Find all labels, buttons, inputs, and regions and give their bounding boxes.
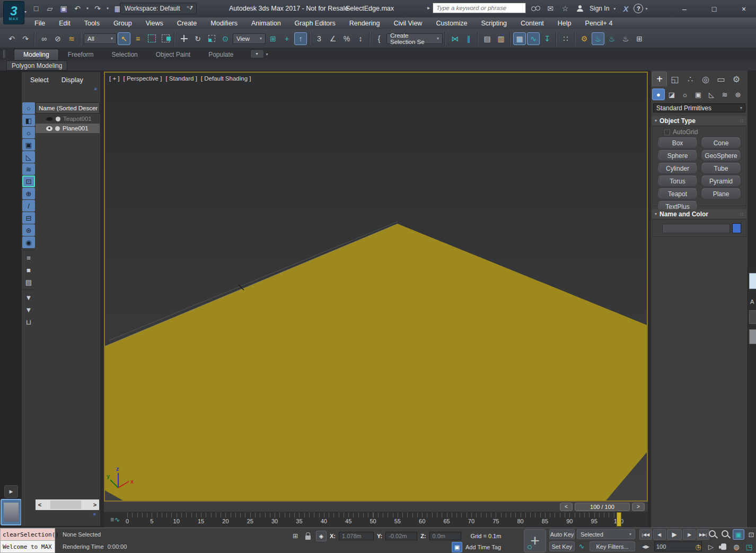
- display-particles-icon[interactable]: ⊛: [22, 224, 35, 236]
- workspace-dropdown[interactable]: Workspace: Default ▾: [120, 3, 197, 14]
- redo-qat-icon[interactable]: ↷: [91, 2, 104, 15]
- schematic-view-icon[interactable]: ↧: [541, 32, 553, 45]
- display-geometry-icon[interactable]: ○: [22, 102, 35, 114]
- selection-region-grid-icon[interactable]: ⊞: [291, 530, 300, 542]
- menu-item-rendering[interactable]: Rendering: [342, 20, 387, 27]
- maxscript-line-1[interactable]: clearSelection(): [0, 528, 55, 541]
- object-name-input[interactable]: [662, 224, 730, 233]
- next-frame-icon[interactable]: |▶: [683, 529, 696, 540]
- viewport-standard-menu[interactable]: [ Standard ]: [165, 75, 197, 82]
- bind-to-spacewarp-icon[interactable]: ≋: [65, 32, 78, 45]
- menu-item-tools[interactable]: Tools: [77, 20, 107, 27]
- menu-item-group[interactable]: Group: [107, 20, 139, 27]
- angle-snap-icon[interactable]: ∠: [327, 32, 339, 45]
- orbit-icon[interactable]: ◍: [731, 541, 742, 552]
- maxscript-mini-listener[interactable]: clearSelection() Welcome to MAX: [0, 528, 55, 553]
- display-groups-icon[interactable]: ⊡: [22, 175, 35, 187]
- help-icon[interactable]: ?: [634, 4, 643, 13]
- object-type-button-box[interactable]: Box: [657, 137, 698, 148]
- curve-editor-icon[interactable]: ∿: [527, 32, 540, 45]
- timeline-ruler[interactable]: 0510152025303540455055606570758085909510…: [127, 512, 619, 528]
- menu-item-pencil-4[interactable]: Pencil+ 4: [578, 20, 620, 27]
- favorites-star-icon[interactable]: ☆: [559, 2, 572, 15]
- explorer-horizontal-scrollbar[interactable]: < >: [36, 499, 99, 510]
- x-coordinate-field[interactable]: 1.078m: [339, 532, 374, 540]
- tab-utilities[interactable]: ⚙: [729, 72, 744, 86]
- unlink-selection-icon[interactable]: ⊘: [51, 32, 64, 45]
- object-type-button-cone[interactable]: Cone: [701, 137, 741, 148]
- select-and-scale-icon[interactable]: [205, 32, 218, 45]
- object-type-rollout-header[interactable]: ▾ Object Type ∷: [652, 116, 746, 125]
- menu-item-animation[interactable]: Animation: [244, 20, 288, 27]
- percent-snap-icon[interactable]: %: [340, 32, 353, 45]
- use-pivot-center-icon[interactable]: ⊞: [267, 32, 279, 45]
- category-geometry-icon[interactable]: ●: [652, 89, 665, 100]
- app-menu-dropdown-icon[interactable]: ▾: [24, 10, 27, 14]
- display-containers-icon[interactable]: ⊟: [22, 212, 35, 224]
- viewport-shading-menu[interactable]: [ Default Shading ]: [201, 75, 251, 82]
- explorer-row-plane001[interactable]: Plane001: [36, 124, 100, 133]
- display-lights-icon[interactable]: ☼: [22, 127, 35, 138]
- minimize-button[interactable]: –: [676, 5, 692, 13]
- ribbon-tab-modeling[interactable]: Modeling: [14, 49, 59, 60]
- reference-coordinate-dropdown[interactable]: View▾: [233, 33, 266, 44]
- zoom-all-icon[interactable]: [720, 529, 732, 540]
- key-mode-toggle-icon[interactable]: ∿: [576, 541, 587, 551]
- auto-key-button[interactable]: Auto Key: [549, 529, 575, 539]
- display-hidden-icon[interactable]: ◉: [22, 236, 35, 248]
- layout-grid-icon[interactable]: ⊞: [633, 32, 646, 45]
- render-setup-icon[interactable]: ⚙: [578, 32, 591, 45]
- render-production-icon[interactable]: ♨: [605, 32, 618, 45]
- menu-item-scripting[interactable]: Scripting: [474, 20, 514, 27]
- select-and-link-icon[interactable]: ∞: [38, 32, 50, 45]
- ribbon-tab-object-paint[interactable]: Object Paint: [147, 49, 199, 60]
- detail-view-icon[interactable]: ▤: [22, 276, 35, 288]
- display-cameras-icon[interactable]: ▣: [22, 139, 35, 151]
- search-history-icon[interactable]: ▸: [427, 5, 430, 11]
- filter-settings-icon[interactable]: ▼: [22, 292, 35, 303]
- object-type-button-tube[interactable]: Tube: [701, 163, 741, 174]
- object-name-label[interactable]: Teapot001: [63, 116, 92, 122]
- previous-frame-slider-button[interactable]: <: [560, 503, 573, 511]
- explorer-menu-display[interactable]: Display: [61, 76, 83, 84]
- go-to-start-icon[interactable]: |◀◀: [639, 529, 652, 540]
- name-and-color-rollout-header[interactable]: ▾ Name and Color ∷: [652, 209, 746, 218]
- close-button[interactable]: ×: [736, 5, 752, 13]
- object-name-label[interactable]: Plane001: [63, 125, 89, 131]
- select-by-name-icon[interactable]: ≡: [131, 32, 144, 45]
- rendered-frame-window-icon[interactable]: ♨: [592, 32, 604, 45]
- select-object-icon[interactable]: ↖: [118, 32, 130, 45]
- menu-item-views[interactable]: Views: [139, 20, 170, 27]
- undo-qat-icon[interactable]: ↶: [71, 2, 84, 15]
- zoom-region-icon[interactable]: ⊡: [745, 529, 756, 540]
- display-bones-icon[interactable]: /: [22, 200, 35, 212]
- polygon-modeling-panel-button[interactable]: Polygon Modeling: [6, 60, 67, 71]
- select-and-manipulate-icon[interactable]: +: [280, 32, 293, 45]
- y-coordinate-field[interactable]: -0.02m: [385, 532, 417, 540]
- menu-item-content[interactable]: Content: [514, 20, 551, 27]
- frame-step-arrows-icon[interactable]: ◀▶: [639, 541, 652, 551]
- spinner-snap-icon[interactable]: ↕: [354, 32, 367, 45]
- snaps-toggle-icon[interactable]: 3: [313, 32, 326, 45]
- primitive-category-dropdown[interactable]: Standard Primitives ▾: [653, 103, 745, 112]
- visibility-eye-closed-icon[interactable]: [46, 117, 53, 121]
- open-file-icon[interactable]: ▱: [43, 2, 56, 15]
- sign-in-dropdown-icon[interactable]: ▾: [613, 6, 616, 11]
- object-type-button-torus[interactable]: Torus: [657, 175, 698, 187]
- scroll-left-arrow[interactable]: <: [36, 502, 44, 508]
- menu-item-modifiers[interactable]: Modifiers: [204, 20, 244, 27]
- window-crossing-icon[interactable]: [159, 32, 172, 45]
- category-spacewarps-icon[interactable]: ≋: [718, 89, 731, 100]
- object-type-button-cylinder[interactable]: Cylinder: [657, 163, 698, 174]
- maxscript-line-2[interactable]: Welcome to MAX: [0, 541, 55, 553]
- ribbon-drag-handle[interactable]: [3, 50, 5, 58]
- current-frame-marker[interactable]: [617, 512, 621, 526]
- ribbon-tab-selection[interactable]: Selection: [102, 49, 146, 60]
- app-logo-button[interactable]: 3 MAX: [3, 1, 24, 24]
- menu-item-create[interactable]: Create: [170, 20, 204, 27]
- edit-named-selections-icon[interactable]: {: [373, 32, 385, 45]
- set-keys-button[interactable]: +: [524, 529, 546, 552]
- align-icon[interactable]: ∥: [462, 32, 475, 45]
- object-type-button-teapot[interactable]: Teapot: [657, 188, 698, 199]
- autogrid-checkbox[interactable]: [664, 129, 670, 135]
